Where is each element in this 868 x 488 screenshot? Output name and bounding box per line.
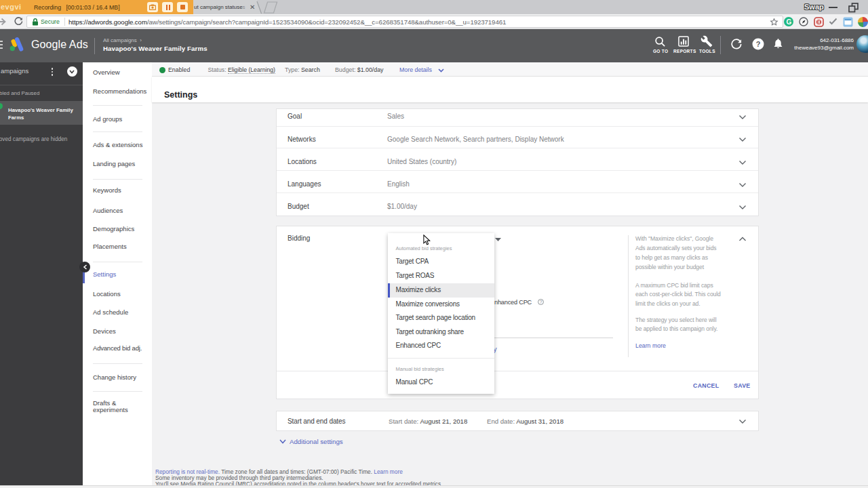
svg-text:?: ?	[540, 300, 542, 304]
svg-text:?: ?	[755, 40, 760, 48]
